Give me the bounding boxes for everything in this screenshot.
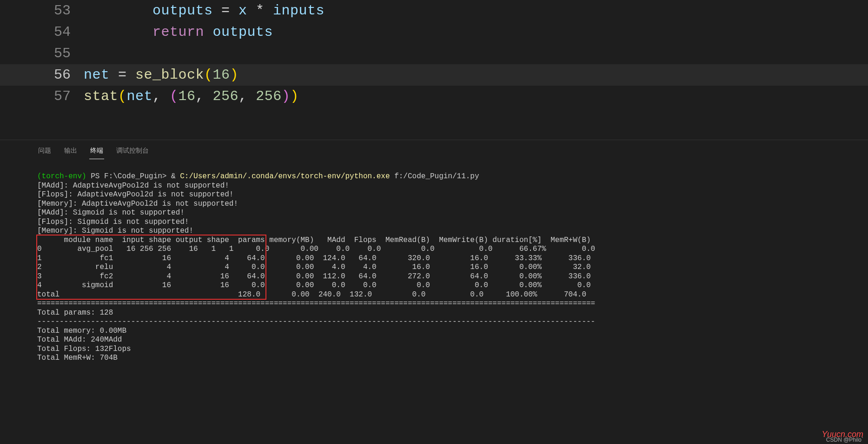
terminal-line: total 128.0 0.00 240.0 132.0 0.0 0.0 100… (37, 290, 868, 300)
terminal-line: Total MemR+W: 704B (37, 354, 868, 363)
panel-tabs: 问题输出终端调试控制台 (37, 140, 868, 159)
code-line[interactable]: 56net = se_block(16) (0, 64, 868, 86)
panel-tab[interactable]: 输出 (63, 145, 78, 159)
panel-tab[interactable]: 调试控制台 (115, 145, 150, 159)
line-number: 55 (0, 46, 84, 61)
line-number: 56 (0, 67, 84, 83)
terminal-line: 2 relu 4 4 0.0 0.00 4.0 4.0 16.0 16.0 0.… (37, 263, 868, 272)
terminal-line: [MAdd]: AdaptiveAvgPool2d is not support… (37, 182, 868, 191)
terminal-line: 1 fc1 16 4 64.0 0.00 124.0 64.0 320.0 16… (37, 254, 868, 263)
terminal-line: [Flops]: Sigmoid is not supported! (37, 218, 868, 227)
code-line[interactable]: 54 return outputs (0, 21, 868, 43)
line-number: 57 (0, 88, 84, 104)
terminal-line: (torch-env) PS F:\Code_Pugin> & C:/Users… (37, 172, 868, 182)
terminal-line: 3 fc2 4 16 64.0 0.00 112.0 64.0 272.0 64… (37, 272, 868, 282)
terminal-line: Total memory: 0.00MB (37, 327, 868, 336)
code-content[interactable]: net = se_block(16) (84, 67, 239, 83)
code-line[interactable]: 55 (0, 43, 868, 64)
terminal-line: 0 avg_pool 16 256 256 16 1 1 0.0 0.00 0.… (37, 245, 868, 254)
terminal-line: [Memory]: AdaptiveAvgPool2d is not suppo… (37, 200, 868, 209)
terminal-line: ========================================… (37, 299, 868, 309)
line-number: 53 (0, 3, 84, 19)
panel-tab[interactable]: 问题 (37, 145, 52, 159)
terminal-line: module name input shape output shape par… (37, 236, 868, 245)
code-line[interactable]: 57stat(net, (16, 256, 256)) (0, 86, 868, 107)
terminal-line: Total params: 128 (37, 309, 868, 318)
terminal-line: [Flops]: AdaptiveAvgPool2d is not suppor… (37, 190, 868, 200)
terminal-line: [Memory]: Sigmoid is not supported! (37, 227, 868, 236)
editor-pane[interactable]: 53 outputs = x * inputs54 return outputs… (0, 0, 868, 140)
terminal-line: Total Flops: 132Flops (37, 345, 868, 354)
terminal-line: Total MAdd: 240MAdd (37, 336, 868, 345)
code-line[interactable]: 53 outputs = x * inputs (0, 0, 868, 21)
line-number: 54 (0, 24, 84, 40)
bottom-panel: 问题输出终端调试控制台 (torch-env) PS F:\Code_Pugin… (0, 140, 868, 444)
panel-tab[interactable]: 终端 (89, 145, 104, 159)
terminal-line: 4 sigmoid 16 16 0.0 0.00 0.0 0.0 0.0 0.0… (37, 281, 868, 290)
code-content[interactable]: outputs = x * inputs (84, 3, 325, 19)
terminal-output[interactable]: (torch-env) PS F:\Code_Pugin> & C:/Users… (37, 159, 868, 363)
terminal-line: [MAdd]: Sigmoid is not supported! (37, 209, 868, 218)
code-content[interactable]: stat(net, (16, 256, 256)) (84, 88, 299, 104)
watermark-csdn: CSDN @Philo` (826, 437, 863, 443)
code-content[interactable]: return outputs (84, 24, 273, 40)
terminal-line: ----------------------------------------… (37, 317, 868, 327)
